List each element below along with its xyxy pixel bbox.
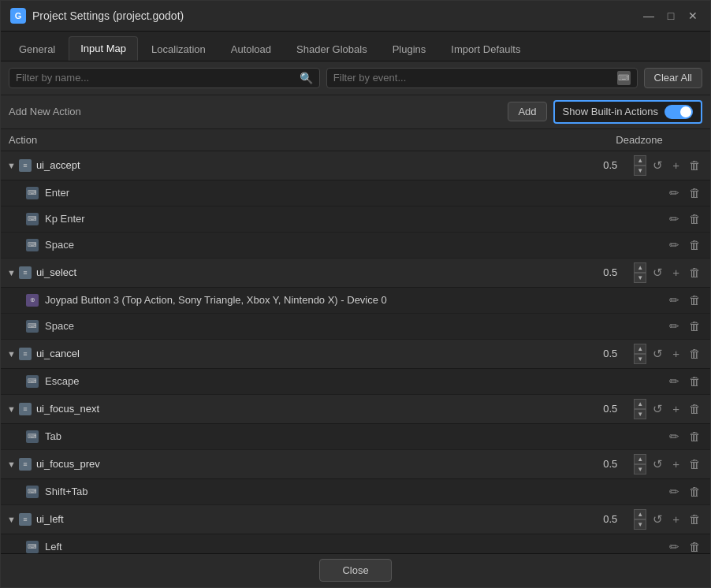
add-event-button[interactable]: + <box>669 157 683 173</box>
add-event-button[interactable]: + <box>669 345 683 362</box>
edit-event-button[interactable]: ✏ <box>666 538 683 553</box>
chevron-icon: ▼ <box>7 515 16 524</box>
key-icon: ⌨ <box>26 430 39 443</box>
deadzone-value: 0.5 <box>586 159 634 171</box>
action-group-header-ui_cancel[interactable]: ▼ ≡ ui_cancel 0.5 ▲ ▼ ↺ + 🗑 <box>1 340 710 369</box>
action-group-header-ui_focus_next[interactable]: ▼ ≡ ui_focus_next 0.5 ▲ ▼ ↺ + 🗑 <box>1 395 710 424</box>
action-group-header-ui_select[interactable]: ▼ ≡ ui_select 0.5 ▲ ▼ ↺ + 🗑 <box>1 259 710 288</box>
actions-list: ▼ ≡ ui_accept 0.5 ▲ ▼ ↺ + 🗑 ⌨ Enter ✏ 🗑 … <box>1 151 710 553</box>
tabs-bar: General Input Map Localization Autoload … <box>1 32 710 61</box>
delete-event-button[interactable]: 🗑 <box>686 184 704 202</box>
add-action-row: Add New Action Add Show Built-in Actions <box>1 95 710 129</box>
deadzone-down-btn[interactable]: ▼ <box>634 273 646 283</box>
toolbar: 🔍 ⌨ Clear All <box>1 61 710 95</box>
reset-action-button[interactable]: ↺ <box>650 511 666 528</box>
deadzone-up-btn[interactable]: ▲ <box>634 454 646 464</box>
deadzone-up-btn[interactable]: ▲ <box>634 399 646 409</box>
sub-item-ui_cancel-0: ⌨ Escape ✏ 🗑 <box>1 369 710 395</box>
action-name-label: ui_left <box>36 513 586 525</box>
deadzone-spinner: ▲ ▼ <box>634 262 646 283</box>
tab-general[interactable]: General <box>7 37 67 61</box>
tab-shader-globals[interactable]: Shader Globals <box>285 37 379 61</box>
deadzone-up-btn[interactable]: ▲ <box>634 344 646 354</box>
add-event-button[interactable]: + <box>669 456 683 472</box>
action-type-icon: ≡ <box>19 458 32 471</box>
tab-autoload[interactable]: Autoload <box>219 37 283 61</box>
edit-event-button[interactable]: ✏ <box>666 184 683 202</box>
delete-event-button[interactable]: 🗑 <box>686 428 704 445</box>
action-group-header-ui_accept[interactable]: ▼ ≡ ui_accept 0.5 ▲ ▼ ↺ + 🗑 <box>1 151 710 180</box>
sub-item-ui_accept-1: ⌨ Kp Enter ✏ 🗑 <box>1 207 710 233</box>
deadzone-up-btn[interactable]: ▲ <box>634 262 646 273</box>
sub-item-ui_focus_prev-0: ⌨ Shift+Tab ✏ 🗑 <box>1 479 710 505</box>
show-builtin-toggle[interactable] <box>664 105 693 119</box>
sub-item-ui_accept-2: ⌨ Space ✏ 🗑 <box>1 233 710 259</box>
action-type-icon: ≡ <box>19 266 32 279</box>
delete-action-button[interactable]: 🗑 <box>686 456 704 472</box>
delete-event-button[interactable]: 🗑 <box>686 483 704 501</box>
edit-event-button[interactable]: ✏ <box>666 318 683 335</box>
minimize-button[interactable]: — <box>641 8 657 24</box>
delete-event-button[interactable]: 🗑 <box>686 373 704 390</box>
close-button-footer[interactable]: Close <box>319 559 391 582</box>
add-event-button[interactable]: + <box>669 400 683 417</box>
reset-action-button[interactable]: ↺ <box>650 456 666 473</box>
delete-action-button[interactable]: 🗑 <box>686 345 704 362</box>
tab-import-defaults[interactable]: Import Defaults <box>439 37 532 61</box>
chevron-icon: ▼ <box>7 349 16 359</box>
delete-action-button[interactable]: 🗑 <box>686 157 704 173</box>
delete-event-button[interactable]: 🗑 <box>686 538 704 553</box>
key-icon: ⌨ <box>26 486 39 498</box>
maximize-button[interactable]: □ <box>663 8 679 24</box>
deadzone-value: 0.5 <box>586 348 634 359</box>
add-action-label: Add New Action <box>9 106 81 117</box>
delete-action-button[interactable]: 🗑 <box>686 511 704 527</box>
reset-action-button[interactable]: ↺ <box>650 157 666 174</box>
sub-item-label: Enter <box>45 187 666 199</box>
delete-action-button[interactable]: 🗑 <box>686 264 704 281</box>
delete-event-button[interactable]: 🗑 <box>686 318 704 335</box>
action-group-header-ui_focus_prev[interactable]: ▼ ≡ ui_focus_prev 0.5 ▲ ▼ ↺ + 🗑 <box>1 450 710 479</box>
reset-action-button[interactable]: ↺ <box>650 264 666 281</box>
delete-event-button[interactable]: 🗑 <box>686 210 704 228</box>
deadzone-up-btn[interactable]: ▲ <box>634 509 646 519</box>
reset-action-button[interactable]: ↺ <box>650 400 666 418</box>
deadzone-down-btn[interactable]: ▼ <box>634 354 646 364</box>
tab-plugins[interactable]: Plugins <box>381 37 438 61</box>
delete-event-button[interactable]: 🗑 <box>686 292 704 309</box>
deadzone-down-btn[interactable]: ▼ <box>634 409 646 419</box>
add-event-button[interactable]: + <box>669 511 683 527</box>
edit-event-button[interactable]: ✏ <box>666 483 683 501</box>
deadzone-up-btn[interactable]: ▲ <box>634 155 646 166</box>
deadzone-down-btn[interactable]: ▼ <box>634 519 646 530</box>
sub-item-ui_left-0: ⌨ Left ✏ 🗑 <box>1 534 710 553</box>
action-name-label: ui_focus_prev <box>36 458 586 470</box>
delete-action-button[interactable]: 🗑 <box>686 400 704 417</box>
deadzone-value: 0.5 <box>586 403 634 415</box>
tab-input-map[interactable]: Input Map <box>69 36 138 61</box>
close-button[interactable]: ✕ <box>685 8 701 24</box>
deadzone-down-btn[interactable]: ▼ <box>634 464 646 474</box>
event-filter-icon: ⌨ <box>617 71 631 85</box>
app-icon: G <box>10 8 26 24</box>
edit-event-button[interactable]: ✏ <box>666 292 683 309</box>
tab-localization[interactable]: Localization <box>140 37 218 61</box>
deadzone-value: 0.5 <box>586 266 634 278</box>
add-button[interactable]: Add <box>508 102 546 121</box>
edit-event-button[interactable]: ✏ <box>666 428 683 445</box>
edit-event-button[interactable]: ✏ <box>666 210 683 228</box>
title-bar: G Project Settings (project.godot) — □ ✕ <box>1 1 710 32</box>
edit-event-button[interactable]: ✏ <box>666 373 683 390</box>
add-event-button[interactable]: + <box>669 264 683 281</box>
action-group-header-ui_left[interactable]: ▼ ≡ ui_left 0.5 ▲ ▼ ↺ + 🗑 <box>1 505 710 534</box>
event-filter-box: ⌨ <box>326 68 638 88</box>
reset-action-button[interactable]: ↺ <box>650 345 666 363</box>
clear-all-button[interactable]: Clear All <box>644 68 702 88</box>
event-filter-input[interactable] <box>333 72 612 84</box>
deadzone-down-btn[interactable]: ▼ <box>634 166 646 176</box>
edit-event-button[interactable]: ✏ <box>666 236 683 254</box>
sub-item-label: Space <box>45 320 666 332</box>
action-buttons: ↺ + 🗑 <box>650 345 704 363</box>
delete-event-button[interactable]: 🗑 <box>686 236 704 254</box>
name-filter-input[interactable] <box>16 72 295 84</box>
